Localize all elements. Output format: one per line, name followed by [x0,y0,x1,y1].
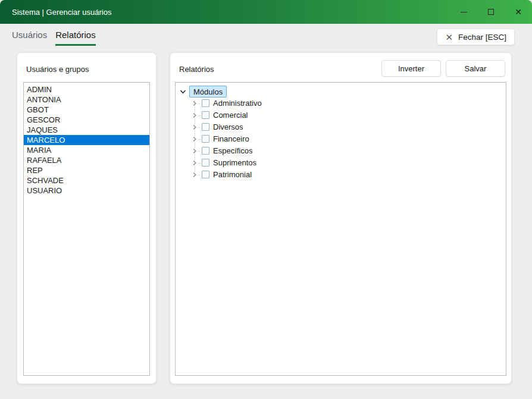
tree-node-label: Financeiro [213,134,249,143]
tree-node[interactable]: Diversos [176,121,506,133]
tree-node-label: Administrativo [213,99,262,108]
list-item[interactable]: MARCELO [24,135,149,145]
users-list[interactable]: ADMINANTONIAGBOTGESCORJAQUESMARCELOMARIA… [23,82,150,376]
tree-connector [198,175,201,175]
tree-children: AdministrativoComercialDiversosFinanceir… [176,98,506,181]
window-title: Sistema | Gerenciar usuários [12,8,111,17]
reports-tree[interactable]: Módulos AdministrativoComercialDiversosF… [175,82,506,376]
users-panel-title: Usuários e grupos [26,65,89,74]
app-window: Sistema | Gerenciar usuários ✕ Usuários … [0,0,532,399]
minimize-icon [461,12,467,12]
tree-connector [198,127,201,128]
tab-relatorios[interactable]: Relatórios [55,30,96,46]
tree-checkbox[interactable] [202,99,209,107]
users-panel: Usuários e grupos ADMINANTONIAGBOTGESCOR… [17,52,157,384]
tree-connector [198,139,201,140]
tab-usuarios[interactable]: Usuários [12,30,47,46]
list-item[interactable]: MARIA [24,145,149,155]
tree-node-label: Suprimentos [213,158,256,167]
invert-button[interactable]: Inverter [381,60,441,77]
tree-node[interactable]: Suprimentos [176,157,506,169]
tree-checkbox[interactable] [202,147,209,155]
tab-bar: Usuários Relatórios [12,30,96,46]
tree-checkbox[interactable] [202,171,209,178]
tree-root-node[interactable]: Módulos [189,86,227,98]
chevron-right-icon[interactable] [192,160,197,166]
tree-connector [198,115,201,116]
tree-connector [198,163,201,164]
chevron-down-icon[interactable] [180,89,186,95]
tree-node-label: Específicos [213,146,252,155]
save-button[interactable]: Salvar [446,60,505,77]
tree-checkbox[interactable] [202,135,209,143]
tree-checkbox[interactable] [202,123,209,131]
chevron-right-icon[interactable] [192,148,197,154]
tree-node[interactable]: Patrimonial [176,169,506,181]
list-item[interactable]: GBOT [24,105,149,115]
tree-node[interactable]: Comercial [176,109,506,121]
window-controls: ✕ [450,0,532,24]
tree-checkbox[interactable] [202,159,209,166]
chevron-right-icon[interactable] [192,124,197,130]
reports-panel-title: Relatórios [179,65,214,74]
list-item[interactable]: ADMIN [24,84,149,95]
tree-node[interactable]: Financeiro [176,133,506,145]
fechar-esc-label: Fechar [ESC] [458,33,506,42]
tree-node[interactable]: Específicos [176,145,506,157]
tree-node[interactable]: Administrativo [176,98,506,109]
close-x-icon: ✕ [445,33,453,42]
tree-connector [198,151,201,152]
chevron-right-icon[interactable] [192,112,197,118]
close-icon: ✕ [515,8,522,16]
chevron-right-icon[interactable] [192,136,197,142]
list-item[interactable]: RAFAELA [24,155,149,165]
fechar-esc-button[interactable]: ✕ Fechar [ESC] [437,29,515,45]
reports-panel: Relatórios Inverter Salvar Módulos Admin… [170,52,512,384]
tree-checkbox[interactable] [202,111,209,119]
maximize-button[interactable] [477,0,505,24]
tree-node-label: Diversos [213,122,243,131]
tree-connector [198,103,201,104]
list-item[interactable]: REP [24,165,149,175]
close-button[interactable]: ✕ [505,0,532,24]
tree-node-label: Patrimonial [213,170,252,179]
tree-node-label: Comercial [213,111,248,120]
list-item[interactable]: GESCOR [24,115,149,125]
list-item[interactable]: SCHVADE [24,175,149,186]
minimize-button[interactable] [450,0,477,24]
maximize-icon [488,9,494,15]
list-item[interactable]: JAQUES [24,125,149,135]
title-bar: Sistema | Gerenciar usuários ✕ [0,0,532,24]
chevron-right-icon[interactable] [192,172,197,178]
list-item[interactable]: ANTONIA [24,95,149,105]
tree-root-row: Módulos [176,86,506,98]
list-item[interactable]: USUARIO [24,186,149,196]
chevron-right-icon[interactable] [192,100,197,106]
